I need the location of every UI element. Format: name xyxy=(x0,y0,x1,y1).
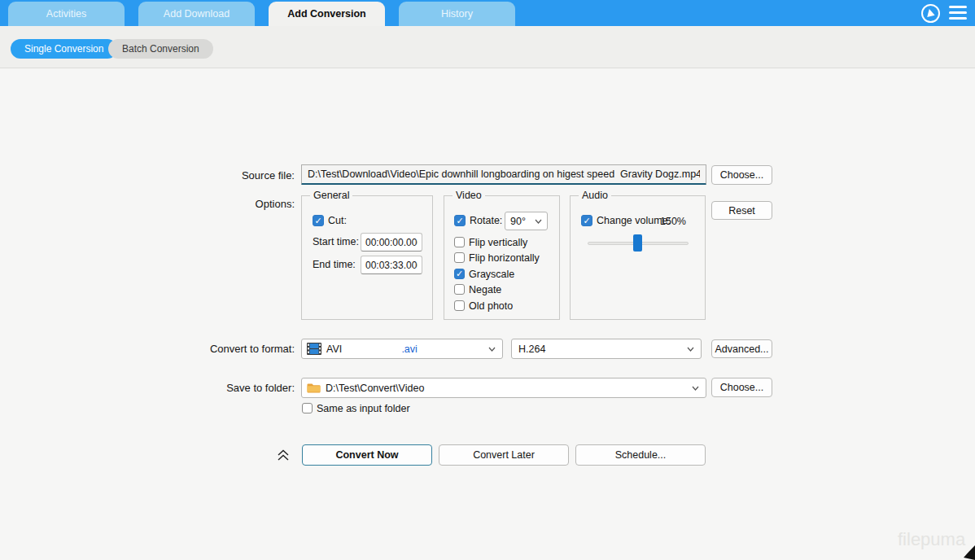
same-folder-checkbox[interactable] xyxy=(302,403,313,413)
chevron-down-icon xyxy=(692,386,699,391)
cut-checkbox[interactable] xyxy=(313,215,324,226)
change-volume-checkbox[interactable] xyxy=(581,215,592,226)
save-folder-value: D:\Test\Convert\Video xyxy=(326,383,424,394)
rotate-value: 90° xyxy=(510,216,526,227)
video-legend: Video xyxy=(453,190,485,201)
start-time-input[interactable] xyxy=(361,233,422,252)
hamburger-menu-icon[interactable] xyxy=(949,6,967,20)
chevron-down-icon xyxy=(687,347,694,352)
tab-activities[interactable]: Activities xyxy=(8,2,125,26)
negate-checkbox[interactable] xyxy=(454,284,465,295)
rotate-select[interactable]: 90° xyxy=(505,212,548,230)
conversion-mode-bar: Single Conversion Batch Conversion xyxy=(0,26,975,68)
film-strip-icon xyxy=(307,343,321,355)
chevron-down-icon xyxy=(535,219,542,224)
save-folder-label: Save to folder: xyxy=(195,382,295,394)
options-label: Options: xyxy=(212,198,295,210)
reset-button[interactable]: Reset xyxy=(711,201,772,220)
volume-slider-thumb[interactable] xyxy=(633,234,642,252)
container-format-select[interactable]: AVI .avi xyxy=(301,339,503,359)
tab-history[interactable]: History xyxy=(399,2,515,26)
old-photo-label: Old photo xyxy=(469,300,513,312)
flip-horizontally-checkbox[interactable] xyxy=(454,252,465,263)
end-time-label: End time: xyxy=(313,259,356,270)
convert-later-button[interactable]: Convert Later xyxy=(439,444,569,466)
app-window: Activities Add Download Add Conversion H… xyxy=(0,0,975,560)
container-format-value: AVI xyxy=(326,343,342,355)
advanced-button[interactable]: Advanced... xyxy=(711,339,772,358)
choose-source-button[interactable]: Choose... xyxy=(711,165,772,185)
grayscale-checkbox[interactable] xyxy=(454,269,465,279)
old-photo-checkbox[interactable] xyxy=(454,300,465,311)
rotate-label: Rotate: xyxy=(470,215,502,226)
volume-value: 150% xyxy=(660,216,686,227)
pill-single-conversion[interactable]: Single Conversion xyxy=(11,39,117,59)
tab-add-download[interactable]: Add Download xyxy=(138,2,255,26)
play-circle-icon[interactable] xyxy=(920,3,941,24)
source-file-label: Source file: xyxy=(212,169,295,182)
convert-format-label: Convert to format: xyxy=(195,343,295,355)
negate-label: Negate xyxy=(469,284,501,295)
tab-add-conversion[interactable]: Add Conversion xyxy=(269,2,385,26)
chevron-down-icon xyxy=(488,347,496,352)
folder-icon xyxy=(307,383,321,394)
end-time-input[interactable] xyxy=(361,256,422,274)
schedule-button[interactable]: Schedule... xyxy=(575,444,706,466)
audio-legend: Audio xyxy=(579,190,611,201)
audio-group: Audio xyxy=(570,195,706,320)
container-format-extension: .avi xyxy=(401,343,428,355)
same-folder-label: Same as input folder xyxy=(317,403,410,414)
codec-select[interactable]: H.264 xyxy=(511,339,702,359)
mouse-cursor xyxy=(957,544,975,560)
start-time-label: Start time: xyxy=(313,236,359,247)
top-bar: Activities Add Download Add Conversion H… xyxy=(0,0,975,26)
cut-label: Cut: xyxy=(328,215,347,226)
grayscale-label: Grayscale xyxy=(469,269,514,280)
choose-folder-button[interactable]: Choose... xyxy=(711,378,772,397)
collapse-up-icon[interactable] xyxy=(276,448,291,462)
codec-value: H.264 xyxy=(518,343,545,355)
source-file-input[interactable] xyxy=(301,164,706,185)
flip-vertically-label: Flip vertically xyxy=(469,237,527,248)
rotate-checkbox[interactable] xyxy=(454,215,466,226)
flip-horizontally-label: Flip horizontally xyxy=(469,252,540,264)
save-folder-select[interactable]: D:\Test\Convert\Video xyxy=(301,378,706,398)
pill-batch-conversion[interactable]: Batch Conversion xyxy=(108,39,213,59)
convert-now-button[interactable]: Convert Now xyxy=(302,444,432,466)
flip-vertically-checkbox[interactable] xyxy=(454,237,465,247)
general-legend: General xyxy=(310,190,352,201)
watermark: filepuma xyxy=(898,529,965,550)
